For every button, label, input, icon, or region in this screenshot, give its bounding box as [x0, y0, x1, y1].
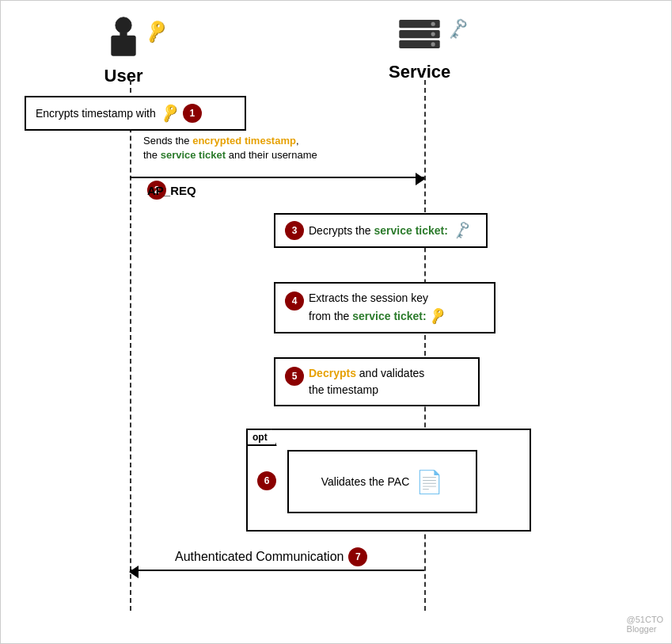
actor-user: 🔑 User	[104, 15, 143, 86]
step6-inner-box: Validates the PAC 📄	[287, 450, 477, 513]
encrypted-timestamp-highlight: encrypted timestamp	[192, 135, 296, 147]
service-label: Service	[389, 62, 450, 82]
lifeline-user	[130, 80, 131, 611]
service-icon-group: 🗝️	[396, 15, 443, 59]
svg-rect-2	[120, 32, 127, 37]
step4-box: 4 Extracts the session key from the serv…	[274, 282, 495, 333]
step4-key-icon: 🔑	[427, 304, 448, 327]
service-green-key-icon: 🗝️	[445, 17, 471, 42]
step7-label-group: Authenticated Communication 7	[175, 547, 367, 566]
step6-num: 6	[257, 471, 276, 490]
svg-point-8	[431, 42, 435, 46]
step1-num: 1	[183, 104, 202, 123]
person-svg	[104, 15, 143, 63]
opt-tab-label: opt	[246, 429, 277, 446]
step5-box: 5 Decrypts and validatesthe timestamp	[274, 357, 480, 406]
step7-num: 7	[348, 547, 367, 566]
step1-key-icon: 🔑	[158, 102, 180, 124]
step1-text: Encrypts timestamp with	[36, 107, 156, 120]
step4-text: Extracts the session key from the servic…	[309, 290, 446, 326]
step5-num: 5	[285, 367, 304, 386]
step5-text: Decrypts and validatesthe timestamp	[309, 365, 424, 398]
step7-arrow	[130, 570, 424, 571]
user-icon-group: 🔑	[104, 15, 143, 63]
server-svg	[396, 15, 443, 59]
svg-point-0	[116, 17, 131, 33]
step7-text: Authenticated Communication	[175, 550, 344, 564]
step3-text: Decrypts the service ticket:	[309, 224, 448, 237]
service-ticket-highlight: service ticket	[161, 149, 226, 161]
step3-num: 3	[285, 221, 304, 240]
step2-message-text: Sends the encrypted timestamp, the servi…	[143, 134, 317, 162]
user-label: User	[104, 66, 143, 86]
step2-arrow	[130, 177, 424, 178]
svg-rect-1	[111, 36, 135, 56]
svg-point-6	[431, 22, 435, 26]
user-red-key-icon: 🔑	[142, 18, 169, 45]
step4-num: 4	[285, 292, 304, 311]
step6-opt-outer: opt 6 Validates the PAC 📄	[246, 429, 531, 532]
svg-point-7	[431, 32, 435, 36]
step6-doc-icon: 📄	[416, 469, 443, 495]
watermark: @51CTOBlogger	[627, 615, 663, 634]
step3-box: 3 Decrypts the service ticket: 🗝️	[274, 213, 488, 248]
step1-box: Encrypts timestamp with 🔑 1	[25, 96, 246, 131]
diagram-container: 🔑 User 🗝️ Service Encrypts timestam	[0, 0, 672, 644]
step3-key-icon: 🗝️	[450, 219, 473, 242]
actor-service: 🗝️ Service	[389, 15, 450, 82]
step2-label-group: 2 AP_REQ	[147, 181, 166, 200]
step2-ap-req-label: AP_REQ	[147, 184, 196, 197]
step6-text: Validates the PAC	[321, 475, 410, 488]
